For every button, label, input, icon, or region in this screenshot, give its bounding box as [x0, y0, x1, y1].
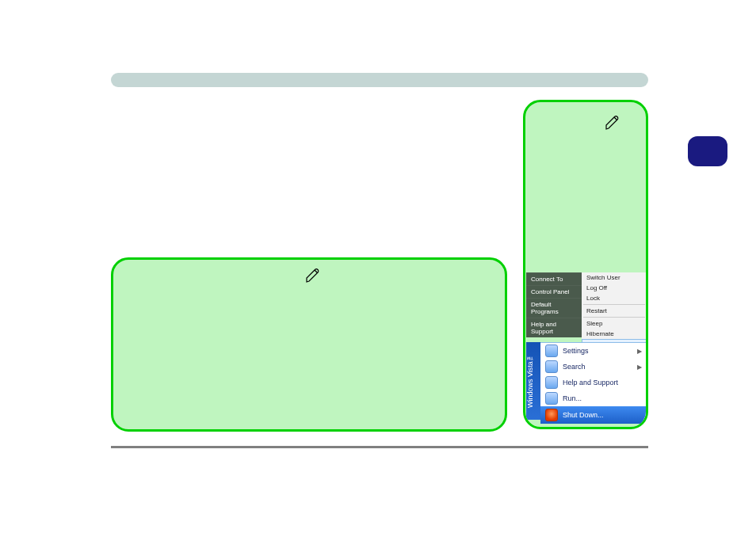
search-icon [545, 360, 558, 373]
classic-start-item-label: Help and Support [563, 379, 618, 386]
page-number-tab [688, 136, 727, 166]
main-note-box [111, 257, 507, 432]
help-icon [545, 376, 558, 389]
vista-power-item-sleep[interactable]: Sleep [582, 318, 647, 329]
vista-left-item[interactable]: Default Programs [526, 298, 582, 318]
vista-power-submenu: Switch User Log Off Lock Restart Sleep H… [582, 272, 647, 349]
vista-start-left-pane: Connect To Control Panel Default Program… [526, 272, 582, 337]
section-heading-band [111, 73, 648, 87]
classic-start-item-help[interactable]: Help and Support [540, 375, 647, 390]
vista-power-item-switch-user[interactable]: Switch User [582, 272, 647, 283]
power-icon [545, 409, 558, 421]
pen-icon [305, 268, 321, 287]
vista-power-item-hibernate[interactable]: Hibernate [582, 329, 647, 339]
settings-icon [545, 345, 558, 357]
classic-start-item-search[interactable]: Search ▶ [540, 359, 647, 375]
sidebar-note-box: Connect To Control Panel Default Program… [523, 100, 648, 429]
footer-divider [111, 446, 648, 448]
pen-icon [605, 115, 620, 134]
classic-start-item-settings[interactable]: Settings ▶ [540, 343, 647, 359]
classic-start-item-run[interactable]: Run... [540, 390, 647, 406]
classic-start-brand-strip: Windows Vista™ [526, 342, 540, 420]
vista-left-item[interactable]: Connect To [526, 272, 582, 285]
menu-separator [583, 304, 645, 305]
vista-power-item-log-off[interactable]: Log Off [582, 283, 647, 293]
vista-left-item[interactable]: Control Panel [526, 285, 582, 298]
classic-start-item-label: Settings [563, 347, 589, 355]
run-icon [545, 392, 558, 405]
chevron-right-icon: ▶ [637, 364, 642, 371]
menu-separator [583, 317, 645, 318]
classic-start-menu: Windows Vista™ Settings ▶ Search ▶ Help … [526, 342, 647, 420]
classic-start-shutdown-label: Shut Down... [563, 411, 604, 419]
vista-power-item-restart[interactable]: Restart [582, 306, 647, 316]
classic-start-shutdown[interactable]: Shut Down... [540, 406, 647, 424]
classic-start-list: Settings ▶ Search ▶ Help and Support Run… [540, 342, 647, 420]
classic-start-item-label: Run... [563, 394, 582, 402]
vista-power-item-lock[interactable]: Lock [582, 293, 647, 303]
vista-left-item[interactable]: Help and Support [526, 318, 582, 337]
chevron-right-icon: ▶ [637, 348, 642, 355]
classic-start-item-label: Search [563, 363, 586, 371]
